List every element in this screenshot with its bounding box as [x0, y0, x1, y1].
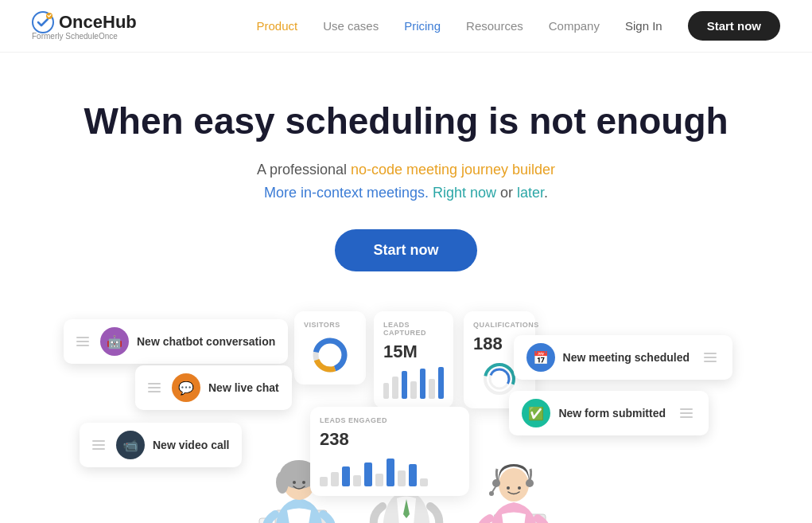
hero-section: When easy scheduling is not enough A pro…: [0, 53, 812, 311]
bar3: [402, 371, 407, 399]
hero-sub-highlight3: Right now: [433, 185, 496, 201]
meeting-icon: 📅: [526, 343, 555, 372]
svg-point-20: [302, 481, 305, 484]
ham-icon-2: [148, 383, 161, 392]
livechat-icon: 💬: [172, 373, 200, 402]
leads-dashboard: LEADS CAPTURED 15M: [374, 311, 453, 408]
form-icon: ✅: [522, 399, 550, 427]
hero-subtitle: A professional no-code meeting journey b…: [32, 158, 780, 205]
chatbot-label: New chatbot conversation: [137, 335, 275, 348]
hero-sub-highlight4: later: [517, 185, 544, 201]
form-label: New form submitted: [558, 407, 666, 420]
header: OnceHub Formerly ScheduleOnce Product Us…: [0, 0, 812, 53]
nav-product[interactable]: Product: [256, 19, 297, 33]
illustration-area: 🤖 New chatbot conversation 💬 New live ch…: [0, 311, 812, 523]
hero-sub-part1: A professional: [257, 162, 351, 178]
bar2: [392, 377, 398, 399]
videocall-icon: 📹: [116, 431, 145, 459]
bar7: [438, 367, 444, 399]
main-nav: Product Use cases Pricing Resources Comp…: [256, 11, 780, 41]
hero-title: When easy scheduling is not enough: [32, 100, 780, 142]
bar4: [410, 381, 416, 399]
nav-pricing[interactable]: Pricing: [404, 19, 441, 33]
nav-use-cases[interactable]: Use cases: [323, 19, 379, 33]
bar6: [429, 379, 434, 399]
nav-resources[interactable]: Resources: [466, 19, 523, 33]
leads-engaged-number: 238: [320, 429, 460, 450]
videocall-notification: 📹 New video call: [80, 423, 242, 467]
ham-icon-4: [704, 353, 717, 362]
leads-number: 15M: [383, 342, 444, 362]
bar1: [383, 383, 389, 399]
svg-point-36: [526, 479, 534, 487]
logo: OnceHub Formerly ScheduleOnce: [32, 11, 137, 41]
svg-point-19: [293, 481, 296, 484]
leads-engaged-label: LEADS ENGAGED: [320, 416, 460, 424]
qual-label: QUALIFICATIONS: [473, 321, 526, 329]
logo-name: OnceHub: [59, 12, 137, 33]
leads-label: LEADS CAPTURED: [383, 321, 444, 337]
livechat-notification: 💬 New live chat: [135, 365, 292, 410]
logo-text: OnceHub: [32, 11, 137, 33]
ham-icon: [76, 337, 89, 346]
ham-icon-5: [680, 408, 693, 418]
leads-engaged-chart: [320, 455, 460, 486]
videocall-label: New video call: [153, 439, 229, 451]
nav-company[interactable]: Company: [549, 19, 600, 33]
svg-point-38: [507, 486, 510, 490]
logo-sub: Formerly ScheduleOnce: [32, 32, 137, 41]
visitors-donut: [310, 335, 350, 375]
hero-sub-highlight2: More in-context meetings.: [264, 185, 433, 201]
visitors-label: VISITORS: [304, 321, 356, 329]
meeting-label: New meeting scheduled: [563, 351, 690, 364]
chatbot-notification: 🤖 New chatbot conversation: [64, 319, 288, 364]
leads-chart: [383, 367, 444, 399]
hero-sub-highlight1: no-code meeting journey builder: [351, 162, 555, 178]
header-cta-button[interactable]: Start now: [688, 11, 780, 41]
svg-point-39: [518, 486, 521, 490]
hero-sub-part3: or: [496, 185, 517, 201]
ham-icon-3: [92, 440, 105, 450]
leads-engaged-dashboard: LEADS ENGAGED 238: [310, 407, 469, 496]
chatbot-icon: 🤖: [100, 327, 129, 356]
form-notification: ✅ New form submitted: [509, 391, 709, 435]
hero-cta-button[interactable]: Start now: [335, 229, 476, 271]
svg-point-37: [489, 491, 494, 496]
hero-sub-part4: .: [544, 185, 548, 201]
visitors-dashboard: VISITORS: [294, 311, 366, 384]
nav-signin[interactable]: Sign In: [625, 19, 662, 33]
livechat-label: New live chat: [208, 381, 279, 394]
svg-point-17: [276, 471, 289, 494]
logo-icon: [32, 11, 54, 33]
meeting-notification: 📅 New meeting scheduled: [514, 335, 732, 380]
svg-point-34: [499, 468, 529, 502]
bar5: [420, 369, 425, 399]
